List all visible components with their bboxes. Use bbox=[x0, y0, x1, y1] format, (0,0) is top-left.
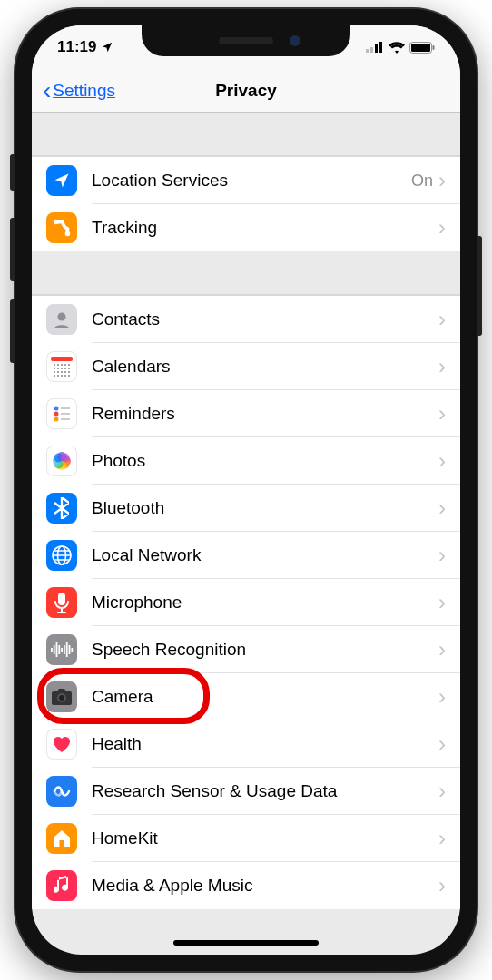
settings-row-contacts[interactable]: Contacts› bbox=[32, 296, 460, 343]
screen: 11:19 bbox=[32, 25, 460, 955]
svg-rect-6 bbox=[433, 45, 435, 50]
settings-row-photos[interactable]: Photos› bbox=[32, 437, 460, 485]
svg-rect-3 bbox=[379, 42, 382, 53]
svg-rect-35 bbox=[61, 407, 70, 409]
settings-row-health[interactable]: Health› bbox=[32, 720, 460, 768]
svg-point-34 bbox=[54, 417, 59, 422]
svg-rect-2 bbox=[375, 44, 378, 53]
svg-rect-50 bbox=[54, 645, 55, 654]
row-label: Health bbox=[92, 734, 438, 754]
svg-point-12 bbox=[54, 364, 55, 366]
settings-section: Location ServicesOn›Tracking› bbox=[32, 156, 460, 251]
chevron-right-icon: › bbox=[438, 826, 460, 851]
svg-point-20 bbox=[64, 368, 66, 369]
tracking-icon bbox=[46, 212, 77, 243]
svg-point-18 bbox=[57, 368, 59, 369]
chevron-right-icon: › bbox=[438, 543, 460, 568]
svg-point-17 bbox=[54, 368, 55, 369]
svg-rect-52 bbox=[58, 645, 60, 654]
chevron-right-icon: › bbox=[438, 215, 460, 240]
row-label: Research Sensor & Usage Data bbox=[92, 781, 438, 801]
settings-row-homekit[interactable]: HomeKit› bbox=[32, 815, 460, 862]
settings-row-bluetooth[interactable]: Bluetooth› bbox=[32, 485, 460, 532]
settings-row-media-music[interactable]: Media & Apple Music› bbox=[32, 862, 460, 909]
svg-point-31 bbox=[68, 375, 70, 377]
volume-up-button bbox=[10, 218, 15, 281]
wifi-icon bbox=[389, 42, 405, 54]
home-icon bbox=[46, 823, 77, 854]
settings-row-location-services[interactable]: Location ServicesOn› bbox=[32, 157, 460, 204]
back-label: Settings bbox=[53, 81, 115, 101]
svg-point-59 bbox=[59, 695, 64, 701]
svg-point-13 bbox=[57, 364, 59, 366]
svg-point-25 bbox=[64, 371, 66, 373]
svg-point-27 bbox=[54, 375, 55, 377]
nav-bar: ‹ Settings Privacy bbox=[32, 69, 460, 113]
svg-point-30 bbox=[64, 375, 66, 377]
svg-rect-10 bbox=[51, 357, 73, 361]
chevron-right-icon: › bbox=[438, 495, 460, 521]
row-label: Tracking bbox=[92, 218, 438, 238]
settings-section: Contacts›Calendars›Reminders›Photos›Blue… bbox=[32, 295, 460, 909]
section-gap bbox=[32, 251, 460, 295]
mic-icon bbox=[46, 587, 77, 618]
settings-row-calendars[interactable]: Calendars› bbox=[32, 343, 460, 390]
svg-point-45 bbox=[61, 453, 70, 462]
research-icon bbox=[46, 776, 77, 807]
row-label: Calendars bbox=[92, 357, 438, 377]
row-label: Location Services bbox=[92, 171, 411, 191]
settings-row-camera[interactable]: Camera› bbox=[32, 673, 460, 720]
chevron-right-icon: › bbox=[438, 873, 460, 898]
svg-rect-57 bbox=[71, 648, 73, 652]
svg-rect-0 bbox=[366, 49, 369, 53]
contacts-icon bbox=[46, 304, 77, 335]
svg-point-28 bbox=[57, 375, 59, 377]
notch bbox=[142, 25, 350, 56]
chevron-right-icon: › bbox=[438, 448, 460, 474]
settings-list-container: Location ServicesOn›Tracking›Contacts›Ca… bbox=[32, 113, 460, 909]
svg-point-26 bbox=[68, 371, 70, 373]
settings-row-reminders[interactable]: Reminders› bbox=[32, 390, 460, 437]
svg-point-21 bbox=[68, 368, 70, 369]
battery-icon bbox=[409, 42, 435, 54]
svg-point-15 bbox=[64, 364, 66, 366]
back-button[interactable]: ‹ Settings bbox=[43, 78, 115, 103]
row-label: HomeKit bbox=[92, 828, 438, 848]
location-arrow-icon bbox=[101, 41, 113, 54]
row-label: Speech Recognition bbox=[92, 640, 438, 660]
svg-point-14 bbox=[61, 364, 63, 366]
row-label: Microphone bbox=[92, 593, 438, 612]
camera-icon bbox=[46, 681, 77, 712]
phone-frame: 11:19 bbox=[15, 9, 477, 971]
section-gap bbox=[32, 113, 460, 156]
chevron-right-icon: › bbox=[438, 779, 460, 804]
cellular-signal-icon bbox=[366, 42, 384, 53]
settings-row-research[interactable]: Research Sensor & Usage Data› bbox=[32, 768, 460, 815]
settings-row-tracking[interactable]: Tracking› bbox=[32, 204, 460, 251]
heart-icon bbox=[46, 729, 77, 760]
svg-rect-56 bbox=[69, 645, 71, 654]
home-indicator[interactable] bbox=[173, 940, 319, 946]
location-arrow-icon bbox=[46, 165, 77, 196]
svg-point-16 bbox=[68, 364, 70, 366]
svg-point-23 bbox=[57, 371, 59, 373]
mute-switch bbox=[10, 154, 15, 191]
svg-rect-1 bbox=[370, 47, 373, 53]
row-label: Reminders bbox=[92, 404, 438, 424]
row-label: Camera bbox=[92, 687, 438, 707]
chevron-right-icon: › bbox=[438, 307, 460, 332]
row-label: Local Network bbox=[92, 545, 438, 565]
chevron-right-icon: › bbox=[438, 590, 460, 615]
row-label: Media & Apple Music bbox=[92, 876, 438, 896]
chevron-right-icon: › bbox=[438, 637, 460, 662]
row-detail: On bbox=[411, 172, 433, 191]
photos-icon bbox=[46, 446, 77, 476]
settings-row-microphone[interactable]: Microphone› bbox=[32, 579, 460, 626]
svg-point-8 bbox=[65, 231, 71, 236]
settings-row-speech-recognition[interactable]: Speech Recognition› bbox=[32, 626, 460, 673]
svg-rect-49 bbox=[51, 648, 53, 652]
globe-icon bbox=[46, 540, 77, 571]
settings-row-local-network[interactable]: Local Network› bbox=[32, 532, 460, 579]
status-time: 11:19 bbox=[57, 38, 96, 56]
svg-rect-55 bbox=[66, 642, 68, 657]
